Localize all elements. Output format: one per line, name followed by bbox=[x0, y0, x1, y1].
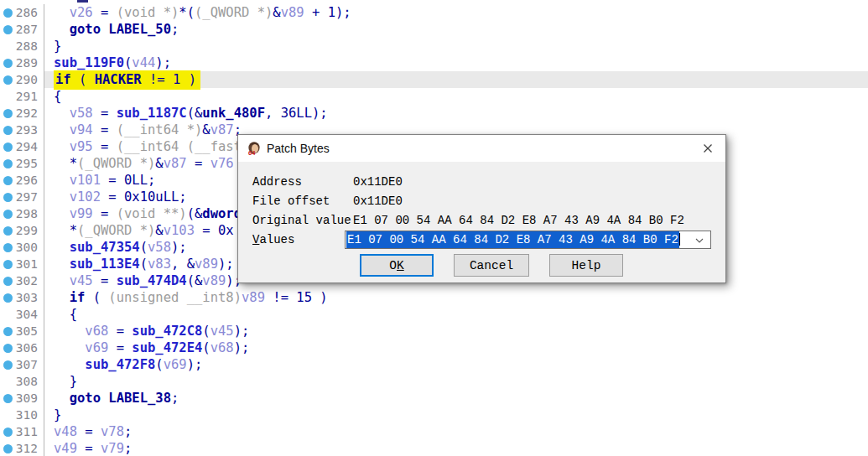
code-line: 305 v68 = sub_472C8(v45); bbox=[0, 323, 868, 339]
gutter: 302 bbox=[0, 272, 44, 289]
gutter: 300 bbox=[0, 239, 44, 256]
code-text[interactable]: v26 = (void *)*((_QWORD *)&v89 + 1); bbox=[44, 4, 868, 21]
item-mark-dot[interactable] bbox=[3, 126, 13, 135]
line-number: 292 bbox=[13, 105, 44, 122]
code-line: 288} bbox=[0, 38, 868, 54]
patch-bytes-dialog: 64 Patch Bytes Address0x11DE0File offset… bbox=[237, 134, 726, 283]
item-mark-dot[interactable] bbox=[3, 193, 13, 202]
gutter: 312 bbox=[0, 440, 44, 456]
item-mark-dot[interactable] bbox=[3, 109, 13, 118]
code-text[interactable]: { bbox=[44, 306, 868, 323]
item-mark-dot[interactable] bbox=[3, 210, 13, 219]
code-line: 310} bbox=[0, 407, 868, 423]
item-mark-dot[interactable] bbox=[3, 293, 13, 303]
item-mark-dot[interactable] bbox=[3, 25, 13, 34]
gutter: 292 bbox=[0, 105, 44, 122]
item-mark-dot[interactable] bbox=[3, 159, 13, 168]
code-text[interactable]: } bbox=[44, 38, 868, 54]
item-mark-dot[interactable] bbox=[3, 243, 13, 252]
dialog-title: Patch Bytes bbox=[267, 142, 330, 155]
code-text[interactable]: goto LABEL_38; bbox=[44, 390, 868, 407]
gutter: 309 bbox=[0, 390, 44, 407]
gutter: 291 bbox=[0, 88, 44, 105]
line-number: 305 bbox=[13, 323, 44, 339]
code-text[interactable]: sub_119F0(v44); bbox=[44, 54, 868, 71]
line-number: 294 bbox=[13, 138, 44, 155]
code-text[interactable]: v69 = sub_472E4(v68); bbox=[44, 339, 868, 356]
code-text[interactable]: if ( HACKER != 1 ) bbox=[44, 71, 868, 88]
gutter: 295 bbox=[0, 155, 44, 172]
item-mark-dot[interactable] bbox=[3, 394, 13, 403]
item-mark-dot[interactable] bbox=[3, 176, 13, 185]
item-mark-dot[interactable] bbox=[3, 260, 13, 269]
line-number: 289 bbox=[13, 54, 44, 71]
help-button[interactable]: Help bbox=[549, 254, 623, 277]
code-text[interactable]: v58 = sub_1187C(&unk_480F, 36LL); bbox=[44, 105, 868, 122]
item-mark-empty bbox=[3, 92, 13, 101]
code-text[interactable]: v49 = v79; bbox=[44, 440, 868, 456]
item-mark-empty bbox=[3, 310, 13, 319]
code-text[interactable]: sub_472F8(v69); bbox=[44, 356, 868, 373]
item-mark-dot[interactable] bbox=[3, 142, 13, 152]
code-text[interactable]: goto LABEL_50; bbox=[44, 21, 868, 38]
field-label: File offset bbox=[252, 194, 353, 208]
line-number: 298 bbox=[13, 205, 44, 222]
item-mark-dot[interactable] bbox=[3, 360, 13, 370]
line-number: 312 bbox=[13, 440, 44, 456]
ok-button[interactable]: OK bbox=[360, 254, 434, 277]
item-mark-empty bbox=[3, 377, 13, 386]
line-number: 309 bbox=[13, 390, 44, 407]
line-number: 311 bbox=[13, 423, 44, 440]
chevron-down-icon[interactable] bbox=[695, 238, 704, 243]
line-number: 291 bbox=[13, 88, 44, 105]
values-combobox[interactable]: E1 07 00 54 AA 64 84 D2 E8 A7 43 A9 4A 8… bbox=[345, 231, 711, 249]
field-value: E1 07 00 54 AA 64 84 D2 E8 A7 43 A9 4A 8… bbox=[353, 214, 684, 227]
line-number: 299 bbox=[13, 222, 44, 239]
gutter: 293 bbox=[0, 122, 44, 138]
code-line: 291{ bbox=[0, 88, 868, 105]
gutter: 298 bbox=[0, 205, 44, 222]
gutter: 299 bbox=[0, 222, 44, 239]
line-number: 303 bbox=[13, 289, 44, 306]
item-mark-dot[interactable] bbox=[3, 75, 13, 85]
item-mark-dot[interactable] bbox=[3, 444, 13, 453]
line-number: 288 bbox=[13, 38, 44, 54]
gutter: 290 bbox=[0, 71, 44, 88]
dialog-titlebar[interactable]: 64 Patch Bytes bbox=[238, 135, 725, 162]
item-mark-dot[interactable] bbox=[3, 277, 13, 286]
item-mark-dot[interactable] bbox=[3, 226, 13, 236]
field-label: Address bbox=[252, 175, 353, 189]
code-line: 308 } bbox=[0, 373, 868, 390]
code-line: 292 v58 = sub_1187C(&unk_480F, 36LL); bbox=[0, 105, 868, 122]
code-line: 312v49 = v79; bbox=[0, 440, 868, 456]
code-text[interactable]: v68 = sub_472C8(v45); bbox=[44, 323, 868, 339]
line-number: 300 bbox=[13, 239, 44, 256]
item-mark-empty bbox=[3, 411, 13, 420]
code-text[interactable]: } bbox=[44, 373, 868, 390]
item-mark-dot[interactable] bbox=[3, 59, 13, 68]
field-row: File offset0x11DE0 bbox=[252, 191, 725, 210]
code-text[interactable]: v48 = v78; bbox=[44, 423, 868, 440]
line-number: 307 bbox=[13, 356, 44, 373]
gutter: 306 bbox=[0, 339, 44, 356]
code-line: 287 goto LABEL_50; bbox=[0, 21, 868, 38]
code-text[interactable]: { bbox=[44, 88, 868, 105]
gutter: 308 bbox=[0, 373, 44, 390]
item-mark-dot[interactable] bbox=[3, 344, 13, 353]
line-number: 297 bbox=[13, 189, 44, 205]
item-mark-dot[interactable] bbox=[3, 327, 13, 336]
dialog-buttons: OK Cancel Help bbox=[252, 254, 725, 277]
cancel-button[interactable]: Cancel bbox=[454, 254, 529, 277]
line-number: 293 bbox=[13, 122, 44, 138]
item-mark-dot[interactable] bbox=[3, 8, 13, 18]
code-text[interactable]: if ( (unsigned __int8)v89 != 15 ) bbox=[44, 289, 868, 306]
code-line: 290if ( HACKER != 1 ) bbox=[0, 71, 868, 88]
code-line: 311v48 = v78; bbox=[0, 423, 868, 440]
line-number: 296 bbox=[13, 172, 44, 189]
values-label: Values bbox=[252, 233, 345, 246]
text-caret bbox=[679, 233, 680, 246]
code-text[interactable]: } bbox=[44, 407, 868, 423]
close-button[interactable] bbox=[690, 135, 725, 162]
gutter: 311 bbox=[0, 423, 44, 440]
item-mark-dot[interactable] bbox=[3, 428, 13, 437]
